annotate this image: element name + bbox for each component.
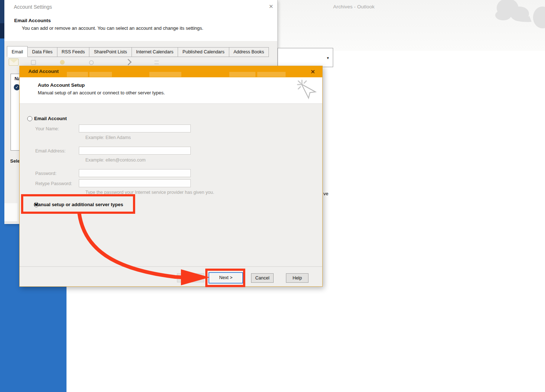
email-account-label: Email Account (34, 116, 67, 121)
auto-account-setup-heading: Auto Account Setup (38, 82, 85, 88)
address-dropdown[interactable]: ▼ (278, 48, 333, 67)
annotation-arrow (65, 211, 218, 290)
left-stripe-blue (0, 38, 4, 224)
tab-data-files[interactable]: Data Files (27, 47, 57, 57)
close-icon[interactable]: ✕ (267, 3, 275, 11)
window-caption: Archives - Outlook (333, 4, 375, 9)
titlebar-band (149, 72, 181, 77)
reorder-arrows-icon[interactable] (154, 61, 159, 64)
email-address-helper: Example: ellen@contoso.com (85, 158, 146, 163)
email-account-radio[interactable] (27, 116, 32, 121)
tab-internet-calendars[interactable]: Internet Calendars (132, 47, 178, 57)
cancel-button[interactable]: Cancel (251, 273, 274, 283)
your-name-label: Your Name: (35, 126, 59, 131)
titlebar-band (67, 72, 88, 77)
retype-password-input[interactable] (79, 179, 191, 187)
left-stripe-darker (0, 23, 4, 38)
set-default-icon[interactable] (89, 60, 94, 65)
cloud-icon (481, 0, 545, 49)
remove-button-fragment[interactable]: ve (323, 191, 328, 196)
change-icon[interactable] (60, 60, 65, 65)
titlebar-band (257, 72, 286, 77)
window-bottom-sliver (4, 203, 17, 222)
tab-address-books[interactable]: Address Books (229, 47, 269, 57)
auto-account-setup-subheading: Manual setup of an account or connect to… (38, 90, 165, 95)
cursor-click-icon (297, 79, 316, 104)
email-accounts-description: You can add or remove an account. You ca… (22, 25, 203, 31)
dialog-header: Auto Account Setup Manual setup of an ac… (20, 77, 322, 104)
add-account-title: Add Account (28, 69, 59, 74)
add-account-titlebar: Add Account ✕ (20, 66, 322, 77)
new-email-icon[interactable] (9, 58, 19, 66)
email-accounts-heading: Email Accounts (14, 18, 51, 23)
close-icon[interactable]: ✕ (308, 68, 317, 76)
your-name-input[interactable] (79, 124, 191, 132)
your-name-helper: Example: Ellen Adams (85, 135, 131, 140)
repair-icon[interactable] (31, 60, 36, 65)
titlebar-band (229, 72, 255, 77)
email-address-label: Email Address: (35, 148, 65, 154)
tab-sharepoint-lists[interactable]: SharePoint Lists (89, 47, 132, 57)
chevron-down-icon[interactable]: ▼ (326, 56, 330, 60)
selected-account-text: Sele (10, 158, 20, 164)
tab-published-calendars[interactable]: Published Calendars (178, 47, 229, 57)
retype-password-label: Retype Password: (35, 181, 72, 186)
left-stripe-dark (0, 0, 4, 23)
help-button[interactable]: Help (286, 273, 308, 283)
email-address-input[interactable] (79, 147, 191, 155)
account-settings-title: Account Settings (14, 4, 52, 10)
tab-rss-feeds[interactable]: RSS Feeds (57, 47, 90, 57)
tab-email[interactable]: Email (7, 46, 28, 57)
account-settings-tabs: Email Data Files RSS Feeds SharePoint Li… (7, 46, 269, 57)
password-input[interactable] (79, 169, 191, 177)
password-label: Password: (35, 171, 56, 176)
titlebar-band (89, 72, 112, 77)
